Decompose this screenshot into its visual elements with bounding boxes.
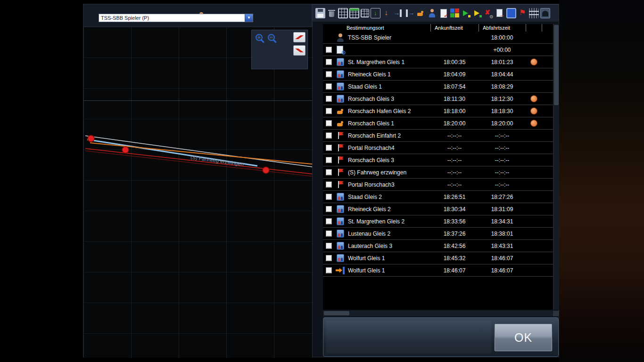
station-icon — [336, 82, 345, 91]
row-checkbox[interactable] — [326, 255, 332, 261]
zoom-out-icon — [268, 34, 275, 41]
schedule-panel: Bestimmungsort Ankunftszeit Abfahrtszeit… — [312, 4, 559, 357]
destination-label: Portal Rorschach4 — [347, 145, 430, 151]
player-icon — [336, 33, 345, 42]
zoom-out-button[interactable] — [267, 33, 278, 44]
arrival-time: --:--:-- — [430, 181, 479, 188]
horizontal-scrollbar[interactable] — [323, 311, 553, 316]
insert-row-icon[interactable] — [371, 8, 380, 18]
ok-button[interactable]: OK — [494, 323, 553, 352]
row-checkbox[interactable] — [326, 132, 332, 139]
table-row[interactable]: Staad Gleis 2 18:26:51 18:27:26 — [323, 191, 553, 203]
row-checkbox[interactable] — [326, 194, 332, 200]
blue-box-icon[interactable] — [506, 8, 516, 18]
row-checkbox[interactable] — [326, 218, 332, 224]
import-icon[interactable] — [393, 8, 403, 18]
flag-icon — [336, 180, 345, 189]
table-row[interactable]: +00:00 — [323, 44, 553, 56]
vertical-scrollbar[interactable] — [553, 24, 559, 310]
config-icon — [336, 45, 345, 55]
table-row[interactable]: Rheineck Gleis 1 18:04:09 18:04:44 — [323, 68, 553, 81]
table-row[interactable]: Rorschach Hafen Gleis 2 18:18:00 18:18:3… — [323, 105, 553, 117]
row-checkbox[interactable] — [326, 181, 332, 188]
hand-icon[interactable] — [416, 8, 426, 18]
send-icon[interactable] — [495, 8, 505, 18]
waypoint-marker — [122, 147, 129, 153]
row-checkbox[interactable] — [326, 145, 332, 151]
table-row[interactable]: TSS-SBB Spieler 18:00:00 — [323, 32, 553, 44]
table-row[interactable]: Rorschach Einfahrt 2 --:--:-- --:--:-- — [323, 130, 553, 142]
departure-time: +00:00 — [479, 47, 526, 53]
table-row[interactable]: Lustenau Gleis 2 18:37:26 18:38:01 — [323, 228, 553, 240]
save-icon[interactable] — [315, 8, 325, 18]
train-path-white — [85, 136, 312, 167]
vertical-scrollbar-thumb[interactable] — [554, 25, 559, 105]
slope-down-button[interactable] — [293, 45, 305, 56]
row-checkbox[interactable] — [326, 169, 332, 175]
destination-label: Rorschach Gleis 3 — [347, 157, 430, 164]
destination-label: TSS-SBB Spieler — [347, 34, 430, 41]
delete-icon[interactable] — [327, 8, 337, 18]
table-row[interactable]: Wolfurt Gleis 1 18:46:07 18:46:07 — [323, 264, 553, 277]
table-row[interactable]: Staad Gleis 1 18:07:54 18:08:29 — [323, 81, 553, 93]
checklist-icon[interactable] — [438, 8, 448, 18]
row-checkbox[interactable] — [326, 59, 332, 65]
row-checkbox[interactable] — [326, 120, 332, 126]
remove-row-icon[interactable] — [382, 8, 392, 18]
row-checkbox[interactable] — [326, 96, 332, 102]
table-row[interactable]: Rorschach Gleis 3 18:11:30 18:12:30 — [323, 93, 553, 105]
table-row[interactable]: Wolfurt Gleis 1 18:45:32 18:46:07 — [323, 252, 553, 264]
route-yellow-icon[interactable] — [472, 8, 482, 18]
destination-label: Rorschach Gleis 3 — [347, 96, 430, 102]
zoom-in-button[interactable] — [255, 33, 266, 44]
player-select[interactable]: TSS-SBB Spieler (P) ▼ — [99, 14, 253, 22]
row-checkbox[interactable] — [326, 243, 332, 249]
grid-icon[interactable] — [338, 8, 348, 18]
row-checkbox[interactable] — [326, 267, 332, 273]
table-row[interactable]: Rorschach Gleis 3 --:--:-- --:--:-- — [323, 154, 553, 166]
grid-small-icon[interactable] — [361, 9, 369, 17]
stop-badge-icon — [530, 120, 537, 127]
flag-icon[interactable] — [518, 8, 528, 18]
destination-label: Rorschach Einfahrt 2 — [347, 132, 430, 139]
arrival-time: 18:45:32 — [430, 255, 479, 262]
arrival-time: --:--:-- — [430, 132, 479, 139]
table-row[interactable]: Rorschach Gleis 1 18:20:00 18:20:00 — [323, 117, 553, 130]
timetable-graph-panel: TSS-SBB Spieler (P) ▼ (S) Fahrweg erzwin… — [83, 4, 312, 357]
cancel-icon[interactable] — [484, 8, 494, 18]
horizontal-scrollbar-thumb[interactable] — [324, 311, 349, 315]
footer-inset — [326, 321, 491, 354]
departure-time: 18:01:23 — [479, 59, 526, 66]
table-row[interactable]: Lauterach Gleis 3 18:42:56 18:43:31 — [323, 240, 553, 252]
table-row[interactable]: Portal Rorschach3 --:--:-- --:--:-- — [323, 179, 553, 191]
arrival-time: 18:33:56 — [430, 218, 479, 225]
destination-label: Rorschach Hafen Gleis 2 — [347, 108, 430, 115]
door-icon[interactable] — [405, 8, 414, 18]
chevron-down-icon[interactable]: ▼ — [245, 14, 253, 22]
arrival-time: --:--:-- — [430, 169, 479, 176]
row-checkbox[interactable] — [326, 83, 332, 90]
passenger-icon[interactable] — [427, 8, 437, 18]
row-checkbox[interactable] — [326, 71, 332, 77]
flag-icon — [336, 156, 345, 165]
scrollbar-corner — [553, 311, 559, 316]
slope-up-button[interactable] — [293, 32, 305, 42]
route-green-icon[interactable] — [461, 8, 471, 18]
row-checkbox[interactable] — [326, 206, 332, 212]
row-checkbox[interactable] — [326, 108, 332, 114]
row-checkbox[interactable] — [326, 47, 332, 53]
rails-icon[interactable] — [529, 8, 539, 18]
table-row[interactable]: (S) Fahrweg erzwingen --:--:-- --:--:-- — [323, 166, 553, 179]
table-row[interactable]: St. Margrethen Gleis 2 18:33:56 18:34:31 — [323, 215, 553, 228]
row-checkbox[interactable] — [326, 230, 332, 237]
depot-icon[interactable] — [540, 8, 550, 18]
table-row[interactable]: Portal Rorschach4 --:--:-- --:--:-- — [323, 142, 553, 154]
color-squares-icon[interactable] — [450, 8, 460, 18]
table-row[interactable]: St. Margrethen Gleis 1 18:00:35 18:01:23 — [323, 56, 553, 68]
grid-plus-icon[interactable] — [349, 8, 359, 18]
table-row[interactable]: Rheineck Gleis 2 18:30:34 18:31:09 — [323, 203, 553, 215]
stop-badge-icon — [530, 107, 537, 115]
graph-canvas[interactable]: (S) Fahrweg erzwingen — [83, 27, 313, 358]
departure-time: 18:27:26 — [479, 194, 526, 200]
row-checkbox[interactable] — [326, 157, 332, 163]
